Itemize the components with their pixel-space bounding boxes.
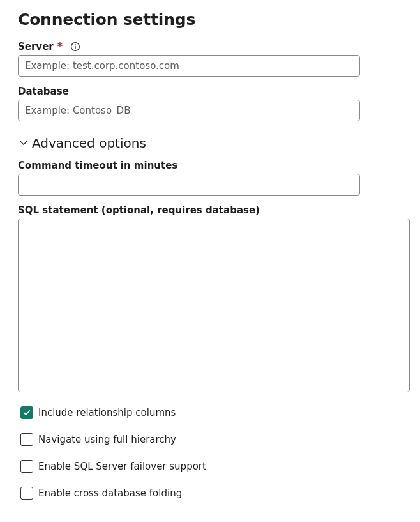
enable-failover-checkbox[interactable]	[20, 460, 33, 473]
svg-point-1	[75, 44, 76, 45]
database-field: Database	[18, 86, 402, 121]
enable-cross-db-label: Enable cross database folding	[38, 487, 182, 499]
sql-statement-field: SQL statement (optional, requires databa…	[18, 204, 402, 392]
command-timeout-field: Command timeout in minutes	[18, 160, 402, 196]
advanced-options-toggle[interactable]: Advanced options	[18, 135, 402, 151]
info-icon[interactable]	[70, 42, 80, 52]
advanced-options-title: Advanced options	[32, 135, 146, 151]
navigate-hierarchy-row: Navigate using full hierarchy	[18, 433, 402, 446]
include-relationship-label: Include relationship columns	[38, 407, 176, 418]
server-field: Server *	[18, 40, 402, 77]
database-label: Database	[18, 86, 69, 97]
svg-rect-2	[75, 46, 75, 49]
sql-statement-input[interactable]	[18, 219, 410, 392]
server-label: Server	[18, 41, 54, 52]
command-timeout-input[interactable]	[18, 174, 360, 196]
navigate-hierarchy-checkbox[interactable]	[20, 433, 33, 446]
command-timeout-label: Command timeout in minutes	[18, 160, 177, 171]
page-title: Connection settings	[18, 10, 402, 29]
include-relationship-row: Include relationship columns	[18, 406, 402, 419]
enable-cross-db-checkbox[interactable]	[20, 487, 33, 500]
include-relationship-checkbox[interactable]	[20, 406, 33, 419]
required-mark: *	[57, 40, 63, 52]
enable-cross-db-row: Enable cross database folding	[18, 487, 402, 500]
enable-failover-label: Enable SQL Server failover support	[38, 461, 206, 472]
chevron-down-icon	[18, 137, 29, 149]
enable-failover-row: Enable SQL Server failover support	[18, 460, 402, 473]
navigate-hierarchy-label: Navigate using full hierarchy	[38, 434, 176, 445]
checkbox-group: Include relationship columns Navigate us…	[18, 406, 402, 500]
server-input[interactable]	[18, 55, 360, 77]
sql-statement-label: SQL statement (optional, requires databa…	[18, 204, 260, 216]
database-input[interactable]	[18, 100, 360, 121]
